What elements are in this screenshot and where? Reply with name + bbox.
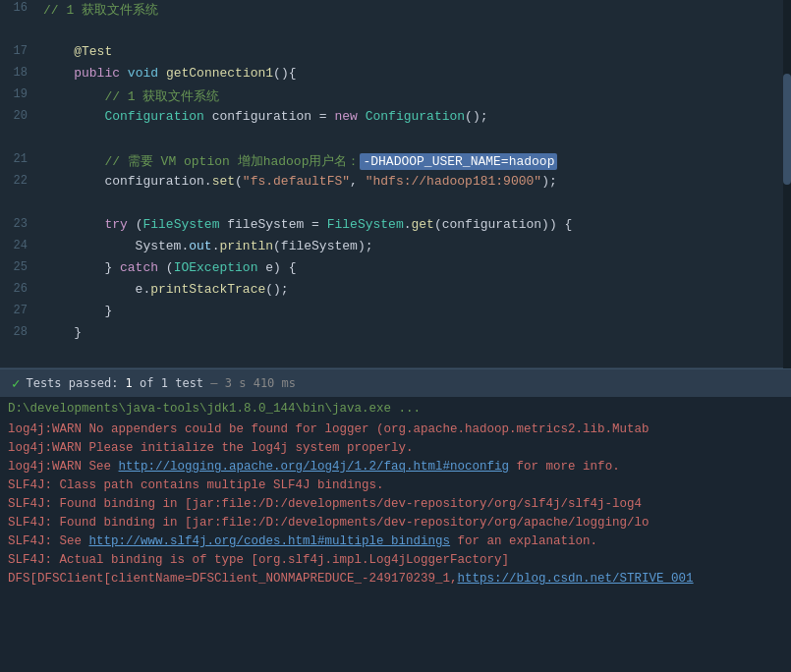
console-text: SLF4J: Found binding in [jar:file:/D:/de… [8,497,642,511]
code-editor: 16// 1 获取文件系统17 @Test18 public void getC… [0,0,791,368]
console-line: DFS[DFSClient[clientName=DFSClient_NONMA… [0,572,791,590]
console-link[interactable]: http://www.slf4j.org/codes.html#multiple… [89,534,451,548]
code-line: 22 configuration.set("fs.defaultFS", "hd… [0,173,791,195]
console-line: log4j:WARN See http://logging.apache.org… [0,460,791,478]
code-line: 18 public void getConnection1(){ [0,65,791,86]
line-content: // 需要 VM option 增加hadoop用户名：-DHADOOP_USE… [39,152,791,170]
code-line [0,130,791,151]
console-line: SLF4J: See http://www.slf4j.org/codes.ht… [0,534,791,553]
code-line: 21 // 需要 VM option 增加hadoop用户名：-DHADOOP_… [0,151,791,173]
code-line: 20 Configuration configuration = new Con… [0,108,791,130]
console-text: log4j:WARN No appenders could be found f… [8,422,650,436]
code-line: 17 @Test [0,43,791,65]
line-content: // 1 获取文件系统 [39,87,791,105]
console-line: SLF4J: Class path contains multiple SLF4… [0,478,791,497]
console-text: for more info. [509,460,620,474]
line-content: configuration.set("fs.defaultFS", "hdfs:… [39,174,791,189]
console-text: SLF4J: See [8,534,89,548]
console-area: D:\developments\java-tools\jdk1.8.0_144\… [0,398,791,672]
test-of: of 1 test [133,376,203,390]
code-line: 26 e.printStackTrace(); [0,281,791,303]
console-line: SLF4J: Actual binding is of type [org.sl… [0,553,791,572]
code-line [0,195,791,216]
line-content: public void getConnection1(){ [39,66,791,81]
console-line: log4j:WARN Please initialize the log4j s… [0,441,791,460]
scrollbar-thumb[interactable] [783,74,791,185]
code-line: 28 } [0,324,791,346]
line-number: 28 [0,325,39,339]
test-label: Tests passed: [26,376,125,390]
console-link[interactable]: http://logging.apache.org/log4j/1.2/faq.… [119,460,510,474]
code-line [0,22,791,43]
line-content: System.out.println(fileSystem); [39,239,791,253]
console-text: SLF4J: Found binding in [jar:file:/D:/de… [8,516,650,530]
test-passed-text: Tests passed: 1 of 1 test – 3 s 410 ms [26,376,296,390]
line-number: 26 [0,282,39,296]
code-line: 24 System.out.println(fileSystem); [0,238,791,259]
line-content: try (FileSystem fileSystem = FileSystem.… [39,217,791,232]
line-number: 22 [0,174,39,188]
line-content: } [39,325,791,340]
line-content: } catch (IOException e) { [39,260,791,275]
line-number: 18 [0,66,39,80]
console-line: SLF4J: Found binding in [jar:file:/D:/de… [0,497,791,516]
line-content: e.printStackTrace(); [39,282,791,297]
test-passed-bar: ✓ Tests passed: 1 of 1 test – 3 s 410 ms [0,368,791,398]
line-number: 23 [0,217,39,231]
console-line: SLF4J: Found binding in [jar:file:/D:/de… [0,516,791,534]
code-editor-wrapper: 16// 1 获取文件系统17 @Test18 public void getC… [0,0,791,368]
line-number: 16 [0,1,39,15]
exec-line: D:\developments\java-tools\jdk1.8.0_144\… [0,402,791,420]
console-text: SLF4J: Actual binding is of type [org.sl… [8,553,509,567]
scrollbar-track[interactable] [783,0,791,368]
line-number: 19 [0,87,39,101]
console-text: SLF4J: Class path contains multiple SLF4… [8,478,384,492]
code-line: 19 // 1 获取文件系统 [0,86,791,108]
line-content: Configuration configuration = new Config… [39,109,791,124]
code-line: 25 } catch (IOException e) { [0,259,791,281]
line-content: @Test [39,44,791,59]
console-text: log4j:WARN See [8,460,119,474]
test-count: 1 [126,376,133,390]
console-text: DFS[DFSClient[clientName=DFSClient_NONMA… [8,572,458,586]
code-line: 16// 1 获取文件系统 [0,0,791,22]
line-content: } [39,304,791,318]
code-line: 23 try (FileSystem fileSystem = FileSyst… [0,216,791,238]
line-number: 17 [0,44,39,58]
line-number: 21 [0,152,39,166]
code-line: 27 } [0,303,791,324]
check-icon: ✓ [12,375,20,392]
line-number: 25 [0,260,39,274]
console-text: for an explanation. [450,534,597,548]
line-number: 27 [0,304,39,317]
test-time: – 3 s 410 ms [203,376,296,390]
console-text: log4j:WARN Please initialize the log4j s… [8,441,414,455]
console-link[interactable]: https://blog.csdn.net/STRIVE_001 [458,572,694,586]
line-number: 20 [0,109,39,123]
console-line: log4j:WARN No appenders could be found f… [0,422,791,441]
line-number: 24 [0,239,39,252]
line-content: // 1 获取文件系统 [39,1,791,19]
